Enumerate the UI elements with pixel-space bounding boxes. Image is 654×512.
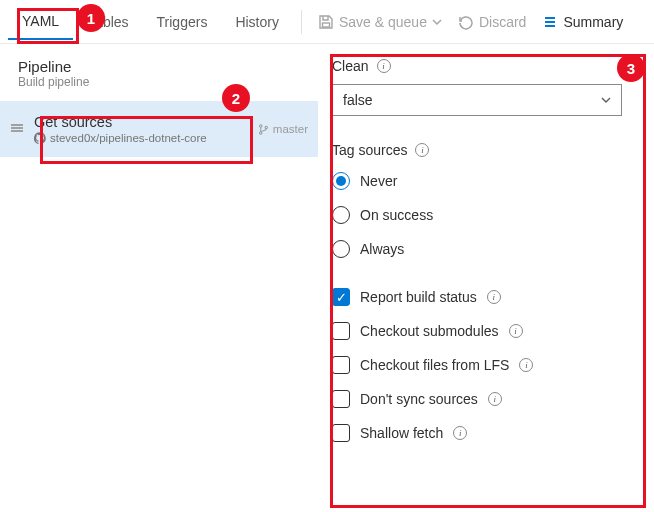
info-icon[interactable]: i [453,426,467,440]
svg-point-3 [265,126,267,128]
clean-label: Clean [332,58,369,74]
save-and-queue-button[interactable]: Save & queue [310,8,450,36]
radio-never-label: Never [360,173,397,189]
radio-always-label: Always [360,241,404,257]
radio-never[interactable]: Never [332,172,638,190]
list-icon [542,14,558,30]
info-icon[interactable]: i [487,290,501,304]
toolbar-divider [301,10,302,34]
info-icon[interactable]: i [415,143,429,157]
get-sources-title: Get sources [34,114,258,130]
drag-handle-icon[interactable] [6,121,28,138]
right-pane: Clean i false Tag sources i Never On suc… [318,44,654,512]
save-icon [318,14,334,30]
tag-sources-radio-group: Never On success Always [332,172,638,258]
check-shallow-fetch[interactable]: Shallow fetch i [332,424,638,442]
tab-yaml[interactable]: YAML [8,3,73,40]
annotation-callout-1: 1 [77,4,105,32]
check-submodules[interactable]: Checkout submodules i [332,322,638,340]
undo-icon [458,14,474,30]
info-icon[interactable]: i [519,358,533,372]
check-shallow-label: Shallow fetch [360,425,443,441]
tab-triggers[interactable]: Triggers [143,4,222,39]
info-icon[interactable]: i [509,324,523,338]
check-submodules-label: Checkout submodules [360,323,499,339]
save-and-queue-label: Save & queue [339,14,427,30]
svg-rect-0 [322,23,329,27]
checkbox-group: ✓ Report build status i Checkout submodu… [332,288,638,442]
get-sources-row[interactable]: Get sources steved0x/pipelines-dotnet-co… [0,101,318,157]
svg-point-2 [259,131,261,133]
get-sources-repo: steved0x/pipelines-dotnet-core [50,132,207,144]
check-lfs[interactable]: Checkout files from LFS i [332,356,638,374]
left-pane: Pipeline Build pipeline Get sources stev… [0,44,318,512]
info-icon[interactable]: i [377,59,391,73]
check-no-sync[interactable]: Don't sync sources i [332,390,638,408]
info-icon[interactable]: i [488,392,502,406]
chevron-down-icon [601,95,611,105]
discard-label: Discard [479,14,526,30]
tag-sources-label: Tag sources [332,142,407,158]
tab-history[interactable]: History [221,4,293,39]
annotation-callout-3: 3 [617,54,645,82]
check-report-label: Report build status [360,289,477,305]
pipeline-title: Pipeline [18,58,302,75]
summary-button[interactable]: Summary [534,8,631,36]
get-sources-branch: master [273,123,308,135]
svg-point-1 [259,124,261,126]
check-no-sync-label: Don't sync sources [360,391,478,407]
summary-label: Summary [563,14,623,30]
check-report-build-status[interactable]: ✓ Report build status i [332,288,638,306]
github-icon [34,132,46,144]
pipeline-subtitle: Build pipeline [18,75,302,89]
annotation-callout-2: 2 [222,84,250,112]
radio-always[interactable]: Always [332,240,638,258]
check-lfs-label: Checkout files from LFS [360,357,509,373]
clean-value: false [343,92,373,108]
radio-on-success[interactable]: On success [332,206,638,224]
discard-button[interactable]: Discard [450,8,534,36]
chevron-down-icon [432,17,442,27]
branch-icon [258,124,269,135]
clean-dropdown[interactable]: false [332,84,622,116]
radio-on-success-label: On success [360,207,433,223]
